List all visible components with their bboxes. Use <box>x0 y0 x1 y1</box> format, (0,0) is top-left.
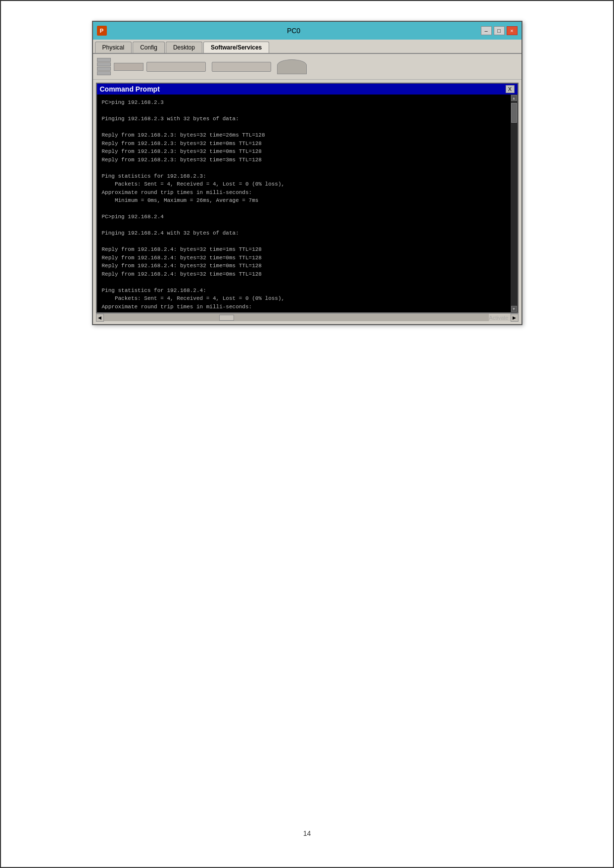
cmd-line: Pinging 192.168.2.3 with 32 bytes of dat… <box>102 115 506 123</box>
cmd-line: PC>ping 192.168.2.4 <box>102 213 506 221</box>
cmd-line: Packets: Sent = 4, Received = 4, Lost = … <box>102 180 506 189</box>
cmd-line: Reply from 192.168.2.3: bytes=32 time=0m… <box>102 140 506 148</box>
cmd-line: Reply from 192.168.2.4: bytes=32 time=1m… <box>102 245 506 254</box>
toolbar-strip <box>93 54 521 80</box>
cmd-line <box>102 221 506 230</box>
tab-config[interactable]: Config <box>133 42 165 53</box>
cmd-content: PC>ping 192.168.2.3 Pinging 192.168.2.3 … <box>97 95 511 312</box>
cmd-line <box>102 205 506 213</box>
scroll-track <box>104 314 489 321</box>
cmd-line: Ping statistics for 192.168.2.3: <box>102 172 506 181</box>
title-bar: P PC0 – □ × <box>93 22 521 40</box>
cmd-line <box>102 123 506 132</box>
cmd-line: Pinging 192.168.2.4 with 32 bytes of dat… <box>102 229 506 238</box>
cmd-line <box>102 278 506 287</box>
cmd-close-button[interactable]: X <box>506 85 515 93</box>
cmd-line: Reply from 192.168.2.3: bytes=32 time=3m… <box>102 156 506 164</box>
bottom-scrollbar[interactable]: ◀ Activate ▶ <box>96 313 519 321</box>
scroll-thumb[interactable] <box>219 315 234 321</box>
window-close-button[interactable]: × <box>507 26 518 35</box>
cmd-line: PC>ping 192.168.2.3 <box>102 98 506 107</box>
cmd-line: Packets: Sent = 4, Received = 4, Lost = … <box>102 294 506 303</box>
app-icon: P <box>97 26 107 36</box>
maximize-button[interactable]: □ <box>494 26 505 35</box>
tab-software-services[interactable]: Software/Services <box>203 42 269 53</box>
cmd-line: Approximate round trip times in milli-se… <box>102 189 506 197</box>
tab-physical[interactable]: Physical <box>95 42 132 53</box>
scroll-left-button[interactable]: ◀ <box>96 314 104 322</box>
cmd-scrollbar-thumb[interactable] <box>511 103 517 123</box>
cmd-line <box>102 164 506 172</box>
scroll-right-button[interactable]: ▶ <box>511 314 519 322</box>
tab-desktop[interactable]: Desktop <box>166 42 202 53</box>
cmd-line: Reply from 192.168.2.4: bytes=32 time=0m… <box>102 270 506 279</box>
cmd-line: Reply from 192.168.2.4: bytes=32 time=0m… <box>102 254 506 262</box>
activate-watermark: Activate <box>489 315 510 321</box>
command-prompt-window: Command Prompt X PC>ping 192.168.2.3 Pin… <box>96 83 519 313</box>
app-icon-label: P <box>100 28 103 34</box>
page-container: P PC0 – □ × Physical Config Desktop Soft… <box>1 1 613 867</box>
cmd-line: Reply from 192.168.2.3: bytes=32 time=0m… <box>102 147 506 156</box>
cmd-inner: PC>ping 192.168.2.3 Pinging 192.168.2.3 … <box>97 95 518 312</box>
cmd-line: Minimum = 0ms, Maximum = 1ms, Average = … <box>102 311 506 312</box>
cmd-line: Reply from 192.168.2.3: bytes=32 time=26… <box>102 131 506 140</box>
cmd-title-text: Command Prompt <box>100 85 160 93</box>
simulator-window: P PC0 – □ × Physical Config Desktop Soft… <box>92 21 522 325</box>
cmd-vertical-scrollbar[interactable]: ▲ ▼ <box>511 95 518 312</box>
cmd-title-bar: Command Prompt X <box>97 84 518 95</box>
window-controls: – □ × <box>481 26 518 35</box>
cmd-line <box>102 238 506 246</box>
tab-bar: Physical Config Desktop Software/Service… <box>93 40 521 54</box>
cmd-line: Ping statistics for 192.168.2.4: <box>102 287 506 295</box>
cmd-line: Approximate round trip times in milli-se… <box>102 303 506 311</box>
cmd-body[interactable]: PC>ping 192.168.2.3 Pinging 192.168.2.3 … <box>97 95 511 312</box>
cmd-line: Reply from 192.168.2.4: bytes=32 time=0m… <box>102 262 506 270</box>
content-area: Command Prompt X PC>ping 192.168.2.3 Pin… <box>93 80 521 324</box>
cmd-line <box>102 107 506 115</box>
minimize-button[interactable]: – <box>481 26 492 35</box>
window-title: PC0 <box>107 27 481 35</box>
page-number: 14 <box>303 820 311 847</box>
cmd-line: Minimum = 0ms, Maximum = 26ms, Average =… <box>102 196 506 205</box>
